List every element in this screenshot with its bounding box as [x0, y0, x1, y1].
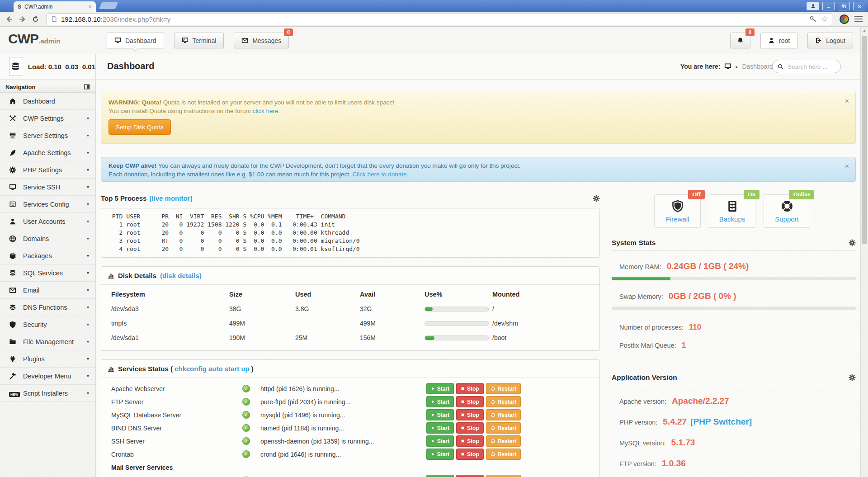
restart-icon [491, 439, 495, 444]
sidebar-item-domains[interactable]: Domains▾ [0, 230, 95, 247]
minimize-icon[interactable] [822, 2, 835, 10]
header-tab-messages[interactable]: Messages0 [234, 33, 289, 48]
restart-button[interactable]: Restart [486, 422, 521, 434]
top-process-panel: PID USER PR NI VIRT RES SHR S %CPU %MEM … [101, 208, 600, 258]
forward-icon[interactable] [19, 15, 26, 23]
browser-menu-icon[interactable] [854, 16, 863, 22]
alert-close-icon[interactable]: × [845, 162, 849, 170]
close-icon[interactable] [853, 2, 865, 10]
start-button[interactable]: Start [426, 396, 454, 407]
scrollbar-thumb[interactable] [862, 36, 867, 244]
globe-icon [9, 235, 21, 242]
restart-button[interactable]: Restart [486, 449, 521, 460]
quota-click-here-link[interactable]: click here [252, 108, 278, 114]
url-field[interactable]: 192.168.0.10:2030/index.php?chk=y ☆ [47, 13, 832, 25]
chkconfig-link[interactable]: chkconfig auto start up [175, 365, 250, 373]
new-tab-button[interactable] [99, 2, 118, 9]
service-status-text: mysqld (pid 1496) is running... [260, 411, 435, 419]
start-button[interactable]: Start [426, 475, 454, 477]
search-input[interactable] [787, 63, 835, 71]
sidebar-item-sql-services[interactable]: SQL Services▾ [0, 264, 95, 282]
gear-icon[interactable] [593, 195, 600, 202]
page-icon [51, 16, 57, 22]
stop-button[interactable]: Stop [456, 435, 484, 447]
maximize-icon[interactable] [838, 2, 850, 10]
tab-close-icon[interactable]: × [88, 3, 92, 10]
version-rows: Apache version:Apache/2.2.27PHP version:… [612, 396, 856, 468]
load-button[interactable] [9, 57, 22, 76]
notifications-button[interactable]: 0 [730, 33, 750, 48]
quota-warning-alert: WARNING: Quota! Quota is not installed o… [101, 92, 856, 144]
tools-icon [9, 115, 21, 122]
header-tab-terminal[interactable]: Terminal [174, 33, 224, 48]
sidebar-item-packages[interactable]: Packages▾ [0, 247, 95, 264]
bookmark-star-icon[interactable]: ☆ [821, 14, 828, 24]
sidebar-item-dns-functions[interactable]: DNS Functions▾ [0, 299, 95, 316]
start-button[interactable]: Start [426, 449, 454, 460]
restart-button[interactable]: Restart [486, 435, 521, 447]
restart-button[interactable]: Restart [486, 475, 521, 477]
start-button[interactable]: Start [426, 409, 454, 420]
restart-button[interactable]: Restart [486, 409, 521, 420]
service-row-ssh-server: SSH Server✓openssh-daemon (pid 1359) is … [111, 434, 593, 448]
sidebar-item-apache-settings[interactable]: Apache Settings▾ [0, 144, 95, 161]
app-header: CWP.admin DashboardTerminalMessages0 0 r… [0, 27, 868, 54]
gear-icon[interactable] [849, 239, 856, 246]
key-icon[interactable] [810, 16, 816, 23]
card-backups[interactable]: OnBackups [709, 194, 755, 228]
scroll-up-icon[interactable]: ▲ [861, 27, 868, 34]
user-button[interactable]: root [760, 33, 797, 48]
restart-button[interactable]: Restart [486, 396, 521, 407]
start-button[interactable]: Start [426, 422, 454, 434]
sidebar-item-server-settings[interactable]: Server Settings▾ [0, 127, 95, 144]
sidebar-item-email[interactable]: Email▾ [0, 282, 95, 299]
sidebar-item-user-accounts[interactable]: User Accounts▾ [0, 213, 95, 230]
sidebar-item-file-management[interactable]: File Management▾ [0, 333, 95, 350]
restart-button[interactable]: Restart [486, 383, 521, 394]
stop-button[interactable]: Stop [456, 396, 484, 407]
sidebar-item-plugins[interactable]: Plugins▾ [0, 350, 95, 368]
donate-info-alert: Keep CWP alive! You can always and freel… [101, 157, 856, 182]
sidebar-item-services-config[interactable]: Services Config▾ [0, 196, 95, 213]
topbar: Load: 0.10 0.03 0.01 Dashboard You are h… [0, 54, 868, 80]
columns-icon[interactable] [84, 84, 90, 90]
card-firewall[interactable]: OffFirewall [654, 194, 701, 228]
sidebar-item-script-installers[interactable]: NEWScript Installers▾ [0, 385, 95, 402]
logout-button[interactable]: Logout [807, 33, 853, 48]
sidebar-item-developer-menu[interactable]: Developer Menu▾ [0, 368, 95, 385]
stop-button[interactable]: Stop [456, 409, 484, 420]
swap-memory-row: Swap Memory: 0GB / 2GB ( 0% ) [612, 291, 856, 301]
back-icon[interactable] [5, 15, 13, 23]
start-button[interactable]: Start [426, 383, 454, 394]
live-monitor-link[interactable]: [live monitor] [149, 194, 192, 202]
plug-icon [9, 355, 21, 363]
stop-button[interactable]: Stop [456, 383, 484, 394]
card-support[interactable]: OnlineSupport [764, 194, 810, 228]
page-scrollbar[interactable]: ▲ [860, 27, 868, 477]
php-switcher-link[interactable]: [PHP Switcher] [690, 417, 752, 427]
stop-button[interactable]: Stop [456, 449, 484, 460]
breadcrumb-current[interactable]: Dashboard [742, 63, 773, 70]
start-button[interactable]: Start [426, 435, 454, 447]
sidebar-item-security[interactable]: Security▾ [0, 316, 95, 333]
sidebar-item-service-ssh[interactable]: Service SSH▾ [0, 179, 95, 196]
browser-tab[interactable]: S CWP.admin × [14, 1, 96, 12]
service-row-mysql-database-server: MySQL Database Server✓mysqld (pid 1496) … [111, 408, 593, 421]
swap-memory-bar [612, 307, 856, 310]
play-icon [431, 400, 435, 404]
chrome-profile-avatar[interactable] [840, 14, 849, 24]
browser-profile-icon[interactable] [807, 2, 819, 10]
donate-link[interactable]: Click here to donate. [353, 171, 409, 178]
stop-button[interactable]: Stop [456, 475, 484, 477]
gear-icon[interactable] [849, 374, 856, 381]
sidebar-item-php-settings[interactable]: PHP Settings▾ [0, 161, 95, 179]
sidebar-item-cwp-settings[interactable]: CWP Settings▾ [0, 110, 95, 127]
setup-disk-quota-button[interactable]: Setup Disk Quota [108, 119, 171, 135]
reload-icon[interactable] [32, 15, 39, 23]
alert-close-icon[interactable]: × [845, 97, 849, 105]
stop-button[interactable]: Stop [456, 422, 484, 434]
header-tab-dashboard[interactable]: Dashboard [107, 33, 164, 48]
sidebar-item-dashboard[interactable]: Dashboard [0, 93, 95, 110]
disk-details-link[interactable]: (disk details) [160, 272, 202, 279]
cwp-app: CWP.admin DashboardTerminalMessages0 0 r… [0, 27, 868, 477]
